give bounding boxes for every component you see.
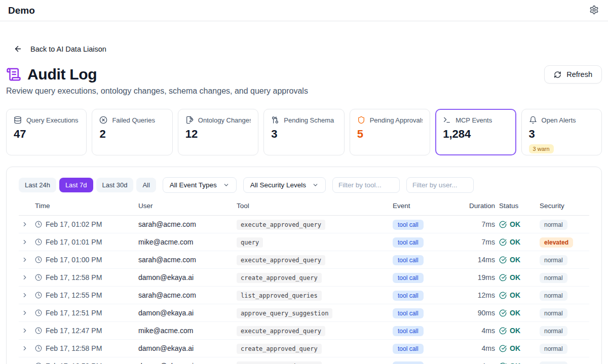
row-status-text: OK	[510, 327, 520, 335]
table-row[interactable]: Feb 17, 12:58 PM damon@ekaya.ai create_a…	[19, 269, 589, 287]
row-event: tool call	[393, 273, 459, 281]
row-security: normal	[540, 327, 589, 335]
back-link[interactable]: Back to AI Data Liaison	[14, 45, 106, 53]
table-row[interactable]: Feb 17, 12:50 PM damon@ekaya.ai create_a…	[19, 357, 589, 364]
table-row[interactable]: Feb 17, 01:02 PM sarah@acme.com execute_…	[19, 216, 589, 233]
tool-chip: approve_query_suggestion	[237, 308, 332, 318]
settings-button[interactable]	[589, 5, 599, 16]
row-event: tool call	[393, 344, 459, 352]
stat-card-value: 3	[529, 128, 594, 141]
chevron-right-icon[interactable]	[19, 309, 31, 316]
row-tool: execute_approved_query	[237, 220, 389, 228]
stat-card[interactable]: Pending Approvals 5	[350, 109, 430, 155]
stat-card[interactable]: Ontology Changes 12	[178, 109, 258, 155]
table-row[interactable]: Feb 17, 01:00 PM sarah@acme.com execute_…	[19, 251, 589, 269]
row-time: Feb 17, 12:50 PM	[35, 362, 134, 364]
row-tool: list_approved_queries	[237, 291, 389, 299]
security-badge: normal	[540, 273, 567, 283]
table-row[interactable]: Feb 17, 12:47 PM mike@acme.com execute_a…	[19, 322, 589, 340]
row-tool: query	[237, 238, 389, 246]
row-status-text: OK	[510, 309, 520, 317]
tool-filter-input[interactable]	[332, 177, 400, 193]
chevron-right-icon[interactable]	[19, 345, 31, 352]
row-user: damon@ekaya.ai	[138, 273, 233, 281]
clock-icon	[35, 292, 42, 299]
row-security: normal	[540, 362, 589, 364]
stat-card[interactable]: MCP Events 1,284	[435, 109, 516, 155]
chevron-right-icon[interactable]	[19, 238, 31, 246]
stat-card[interactable]: Pending Schema 3	[263, 109, 344, 155]
stat-card[interactable]: Query Executions (... 47	[6, 109, 87, 155]
security-badge: normal	[540, 291, 567, 301]
gear-icon	[589, 5, 599, 16]
stat-card-value: 5	[357, 128, 423, 141]
tool-chip: query	[237, 237, 263, 248]
row-time: Feb 17, 12:58 PM	[35, 344, 134, 352]
event-type-select[interactable]: All Event Types	[163, 177, 237, 193]
stat-card-label: Failed Queries	[112, 116, 155, 124]
stat-card[interactable]: Failed Queries 2	[92, 109, 172, 155]
row-duration: 14ms	[463, 256, 495, 264]
check-circle-icon	[499, 309, 507, 317]
security-level-select[interactable]: All Security Levels	[243, 177, 326, 193]
table-row[interactable]: Feb 17, 12:58 PM damon@ekaya.ai create_a…	[19, 340, 589, 357]
chevron-right-icon[interactable]	[19, 256, 31, 263]
row-tool: approve_query_suggestion	[237, 309, 389, 317]
row-user: sarah@acme.com	[138, 256, 233, 264]
row-event: tool call	[393, 256, 459, 264]
time-range-chip[interactable]: Last 24h	[19, 178, 56, 192]
stat-card[interactable]: Open Alerts 3 3 warn	[521, 109, 602, 155]
check-circle-icon	[499, 256, 507, 264]
row-user: sarah@acme.com	[138, 220, 233, 228]
security-badge: normal	[540, 308, 567, 318]
row-duration: 4ms	[463, 344, 495, 352]
event-badge: tool call	[393, 255, 424, 265]
arrow-left-icon	[14, 45, 22, 53]
row-status: OK	[499, 220, 536, 228]
shield-icon	[357, 116, 365, 124]
chevron-right-icon[interactable]	[19, 221, 31, 228]
stat-card-label: Ontology Changes	[198, 116, 251, 124]
user-filter-input[interactable]	[406, 177, 474, 193]
table-header: Time User Tool Event Duration Status Sec…	[19, 202, 589, 216]
check-circle-icon	[499, 327, 507, 335]
row-status-text: OK	[510, 362, 520, 364]
row-status-text: OK	[510, 256, 520, 264]
audit-log-panel: Last 24hLast 7dLast 30dAll All Event Typ…	[6, 167, 602, 364]
security-badge: elevated	[540, 237, 573, 248]
table-row[interactable]: Feb 17, 01:01 PM mike@acme.com query too…	[19, 233, 589, 251]
row-status-text: OK	[510, 291, 520, 299]
time-range-chip[interactable]: All	[136, 178, 156, 192]
security-badge: normal	[540, 220, 567, 230]
row-status-text: OK	[510, 220, 520, 228]
time-range-chip[interactable]: Last 7d	[59, 178, 93, 192]
security-badge: normal	[540, 361, 567, 364]
time-range-chip[interactable]: Last 30d	[96, 178, 134, 192]
column-header-status: Status	[499, 202, 536, 210]
row-security: normal	[540, 309, 589, 317]
row-user: sarah@acme.com	[138, 291, 233, 299]
stat-card-label: MCP Events	[455, 116, 492, 124]
table-row[interactable]: Feb 17, 12:51 PM damon@ekaya.ai approve_…	[19, 304, 589, 322]
refresh-button[interactable]: Refresh	[544, 65, 602, 84]
row-user: mike@acme.com	[138, 327, 233, 335]
row-user: damon@ekaya.ai	[138, 309, 233, 317]
chevron-right-icon[interactable]	[19, 292, 31, 299]
stat-cards-row: Query Executions (... 47 Failed Queries …	[6, 109, 602, 155]
row-user: damon@ekaya.ai	[138, 344, 233, 352]
stat-card-value: 1,284	[443, 128, 508, 141]
stat-card-label: Query Executions (...	[26, 116, 79, 124]
table-row[interactable]: Feb 17, 12:55 PM sarah@acme.com list_app…	[19, 287, 589, 304]
row-time-text: Feb 17, 12:58 PM	[46, 273, 102, 281]
chevron-right-icon[interactable]	[19, 274, 31, 281]
row-duration: 19ms	[463, 273, 495, 281]
event-badge: tool call	[393, 326, 424, 336]
row-time-text: Feb 17, 01:02 PM	[46, 220, 102, 228]
check-circle-icon	[499, 221, 507, 228]
chevron-down-icon	[312, 182, 319, 188]
row-user: mike@acme.com	[138, 238, 233, 246]
row-status: OK	[499, 309, 536, 317]
column-header-tool: Tool	[237, 202, 389, 210]
clock-icon	[35, 221, 42, 228]
chevron-right-icon[interactable]	[19, 327, 31, 334]
